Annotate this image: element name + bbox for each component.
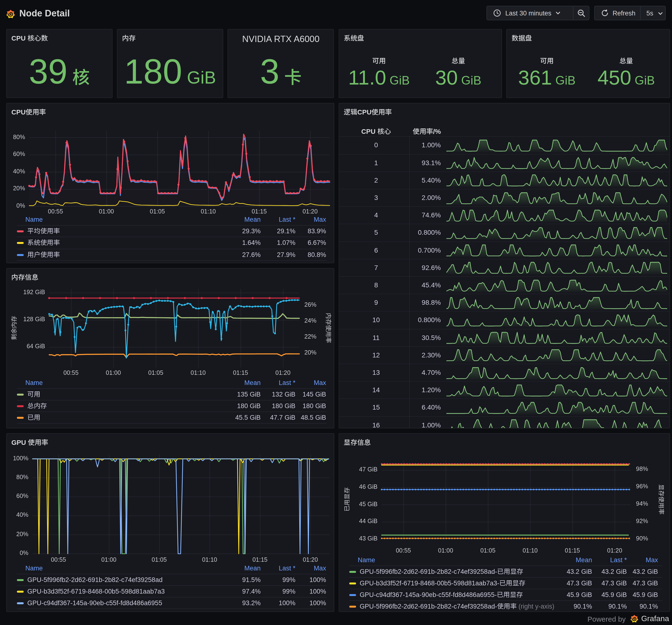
- table-row-separator: [339, 276, 670, 277]
- legend-header-name[interactable]: Name: [358, 556, 375, 564]
- legend-series-name[interactable]: 系统使用率: [27, 239, 60, 247]
- cpu-usage-panel: CPU使用率0%20%40%60%80%00:5501:0001:0501:10…: [6, 103, 334, 263]
- legend-series-color[interactable]: [17, 254, 23, 256]
- stat-label: 总量: [425, 55, 492, 65]
- clock-icon: [493, 9, 501, 17]
- stat-unit: 核: [72, 63, 90, 88]
- legend-series-color[interactable]: [17, 242, 23, 244]
- stat-title: CPU 核心数: [11, 33, 48, 43]
- refresh-icon[interactable]: [601, 9, 609, 17]
- legend-series-name[interactable]: GPU-5f996fb2-2d62-691b-2b82-c74ef39258ad…: [360, 567, 523, 576]
- y-tick-right: 92%: [636, 518, 648, 524]
- legend-header-name[interactable]: Name: [25, 564, 43, 572]
- legend-series-color[interactable]: [17, 416, 23, 418]
- x-tick: 00:55: [56, 370, 86, 377]
- y-tick: 44 GiB: [353, 518, 378, 525]
- legend-separator: [17, 388, 326, 389]
- y-tick: 100%: [6, 455, 28, 461]
- y-axis-label-left: 剩余内存: [9, 316, 18, 340]
- legend-header[interactable]: Max: [615, 556, 658, 564]
- legend-series-color[interactable]: [17, 405, 23, 407]
- legend-series-name[interactable]: GPU-5f996fb2-2d62-691b-2b82-c74ef39258ad: [27, 576, 163, 584]
- legend-series-name[interactable]: GPU-c94df367-145a-90eb-c55f-fd8d486a6955: [27, 599, 162, 607]
- dashboard-header: Node Detail Last 30 minutes Refresh 5s: [0, 0, 672, 29]
- legend-separator: [17, 423, 326, 423]
- stat-label: 可用: [513, 55, 581, 65]
- y-tick: 40%: [6, 512, 28, 519]
- refresh-interval[interactable]: 5s: [646, 9, 653, 17]
- legend-series-name[interactable]: 可用: [27, 390, 40, 398]
- table-row-separator: [339, 206, 670, 207]
- legend-series-color[interactable]: [17, 602, 23, 604]
- legend-series-name[interactable]: GPU-b3d3f52f-6719-8468-00b5-598d81aab7a3: [27, 587, 165, 595]
- x-tick: 01:20: [268, 370, 297, 377]
- y-tick: 43 GiB: [353, 535, 378, 542]
- table-row-separator: [339, 416, 670, 416]
- y-axis-label-left: 已用显存: [341, 487, 351, 511]
- x-tick: 01:10: [516, 547, 545, 554]
- stat-unit: GiB: [635, 73, 655, 88]
- legend-separator: [17, 608, 326, 609]
- legend-separator: [349, 566, 662, 566]
- legend-series-name[interactable]: GPU-5f996fb2-2d62-691b-2b82-c74ef39258ad…: [360, 602, 554, 610]
- legend-header[interactable]: Max: [283, 215, 326, 223]
- legend-separator: [17, 248, 326, 249]
- cpu-usage-cell: 98.8%: [392, 298, 441, 306]
- legend-separator: [17, 574, 326, 574]
- legend-series-color[interactable]: [349, 605, 356, 607]
- y-tick-right: 26%: [304, 302, 316, 308]
- legend-series-color[interactable]: [349, 571, 356, 573]
- cpu-usage-cell: 74.6%: [392, 211, 441, 219]
- x-tick: 01:15: [226, 370, 255, 377]
- legend-series-name[interactable]: 总内存: [27, 402, 47, 410]
- legend-separator: [349, 600, 662, 601]
- stat-value: 3: [260, 53, 280, 90]
- legend-header-name[interactable]: Name: [25, 379, 43, 387]
- legend-series-name[interactable]: 已用: [27, 413, 40, 422]
- legend-series-name[interactable]: 用户使用率: [27, 250, 60, 259]
- cpu-core-sparkline: [446, 366, 667, 379]
- legend-value: 48.5 GiB: [278, 413, 326, 422]
- col-header-core[interactable]: CPU 核心: [347, 126, 405, 136]
- stat-unit: 卡: [284, 63, 302, 88]
- logical-cpu-panel-title: 逻辑CPU使用率: [344, 106, 392, 116]
- stat-value-row: 39核: [6, 53, 112, 90]
- refresh-label[interactable]: Refresh: [613, 9, 635, 17]
- x-tick: 01:15: [245, 208, 274, 215]
- cpu-core-sparkline: [446, 192, 667, 205]
- stat-title: 系统盘: [344, 33, 364, 43]
- y-tick: 0%: [6, 550, 28, 556]
- chevron-down-icon: [555, 10, 561, 16]
- legend-header[interactable]: Max: [283, 564, 326, 572]
- legend-series-color[interactable]: [17, 579, 23, 581]
- legend-series-name[interactable]: GPU-b3d3f52f-6719-8468-00b5-598d81aab7a3…: [360, 579, 525, 587]
- legend-series-name[interactable]: GPU-c94df367-145a-90eb-c55f-fd8d486a6955…: [360, 591, 523, 599]
- table-row-separator: [339, 381, 670, 382]
- x-tick: 01:05: [143, 208, 172, 215]
- legend-series-color[interactable]: [349, 582, 356, 584]
- legend-value: 90.1%: [610, 602, 658, 610]
- grafana-brand-label[interactable]: Grafana: [641, 615, 669, 623]
- legend-separator: [17, 411, 326, 412]
- legend-value: 80.8%: [278, 250, 326, 259]
- time-range-label[interactable]: Last 30 minutes: [505, 9, 551, 17]
- legend-series-color[interactable]: [17, 591, 23, 593]
- zoom-out-icon[interactable]: [577, 9, 585, 17]
- legend-header-name[interactable]: Name: [25, 215, 43, 223]
- cpu-usage-cell: 1.20%: [392, 386, 441, 394]
- legend-value: 45.9 GiB: [610, 591, 658, 599]
- legend-series-color[interactable]: [349, 594, 356, 596]
- legend-series-name[interactable]: 平均使用率: [27, 227, 60, 235]
- cpu-usage-cell: 4.70%: [392, 368, 441, 376]
- legend-value: 100%: [278, 587, 326, 595]
- x-tick: 01:05: [474, 547, 502, 554]
- col-header-usage[interactable]: 使用率/%: [398, 126, 456, 136]
- legend-separator: [17, 597, 326, 597]
- legend-series-color[interactable]: [17, 393, 23, 395]
- table-row-separator: [339, 224, 670, 224]
- legend-series-color[interactable]: [17, 230, 23, 232]
- cpu-core-sparkline: [446, 296, 667, 309]
- legend-header[interactable]: Max: [283, 379, 326, 387]
- cpu-usage-cell: 0.800%: [392, 229, 441, 236]
- cpu-core-sparkline: [446, 384, 667, 397]
